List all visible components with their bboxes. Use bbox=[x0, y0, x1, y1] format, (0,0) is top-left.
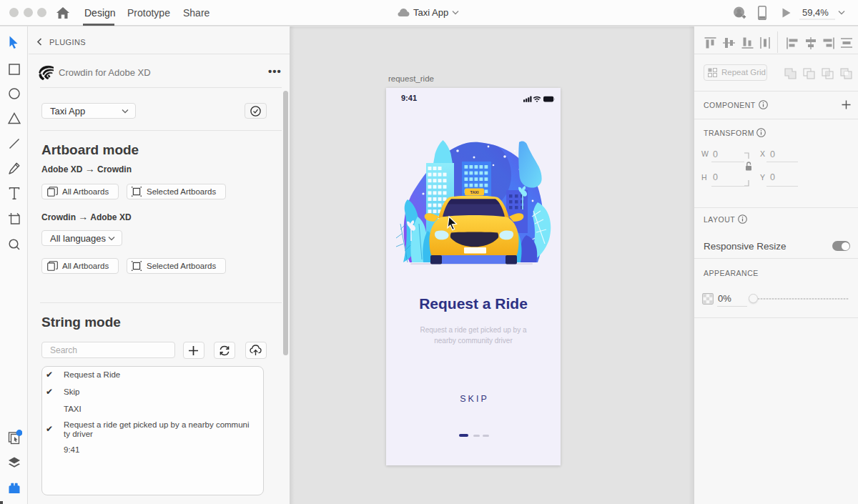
svg-text:TAXI: TAXI bbox=[470, 190, 479, 194]
